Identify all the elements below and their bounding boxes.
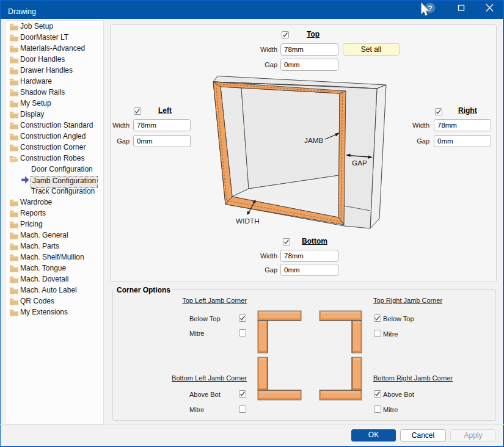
svg-text:?: ? [428,4,433,13]
